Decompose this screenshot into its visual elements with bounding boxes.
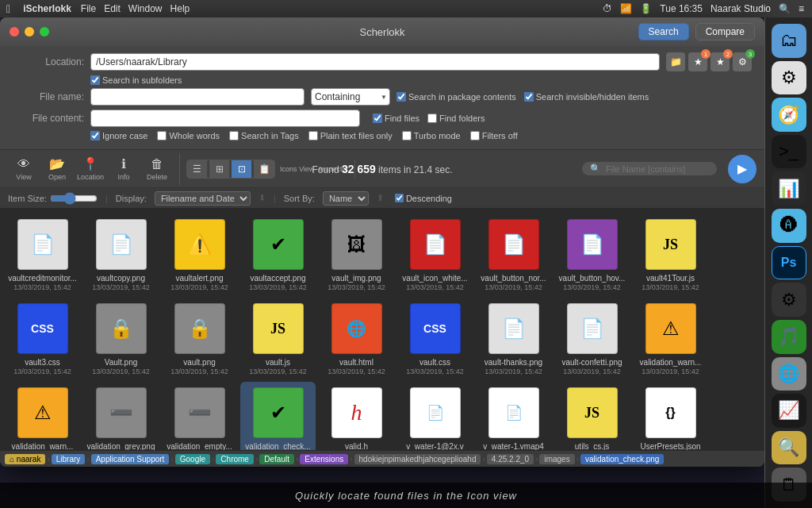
file-item[interactable]: {} UserPresets.json 14/02/2019, 18:47	[633, 382, 708, 450]
menu-edit[interactable]: Edit	[104, 3, 121, 14]
file-item[interactable]: 📄 vault_button_hov... 13/03/2019, 15:42	[554, 214, 630, 294]
find-folders-checkbox[interactable]	[427, 114, 437, 123]
dock-icon-chrome[interactable]: ⚙	[772, 61, 806, 95]
file-item[interactable]: ✔ vaultaccept.png 13/03/2019, 15:42	[240, 214, 316, 294]
ignore-case-label[interactable]: Ignore case	[90, 131, 147, 140]
file-item[interactable]: ⚠ validation_warn... 13/03/2019, 15:42	[633, 298, 708, 379]
file-item[interactable]: ✔ validation_check... 13/03/2019, 15:42	[240, 382, 316, 450]
dock-icon-appstore[interactable]: 🅐	[772, 209, 806, 243]
search-button[interactable]: Search	[638, 23, 689, 40]
dock-icon-photoshop[interactable]: Ps	[772, 246, 806, 280]
dock-icon-finder[interactable]: 🗂	[772, 24, 806, 58]
path-item[interactable]: 4.25.2.2_0	[487, 454, 534, 464]
descending-checkbox[interactable]	[395, 194, 404, 202]
fullscreen-button[interactable]	[40, 27, 49, 37]
menu-file[interactable]: File	[81, 3, 96, 14]
columns-view-btn[interactable]: ⊞	[209, 160, 230, 178]
open-btn[interactable]: 📂 Open	[41, 153, 73, 185]
filename-input[interactable]	[90, 88, 304, 106]
spotlight-icon[interactable]: 🔍	[779, 3, 791, 14]
invisible-items-label[interactable]: Search invisible/hidden items	[524, 92, 649, 102]
path-item[interactable]: images	[539, 454, 574, 464]
file-item[interactable]: ⚠ validation_warn... 13/03/2019, 15:42	[5, 382, 80, 450]
menu-help[interactable]: Help	[170, 3, 190, 14]
path-item[interactable]: Default	[259, 454, 294, 464]
file-item[interactable]: JS vault.js 13/03/2019, 15:42	[240, 298, 316, 379]
item-size-slider[interactable]	[50, 192, 98, 205]
path-item[interactable]: ⌂ naarak	[5, 454, 45, 464]
plain-text-label[interactable]: Plain text files only	[308, 131, 393, 140]
find-folders-label[interactable]: Find folders	[427, 114, 485, 123]
display-select[interactable]: Filename and Date Filename only	[155, 191, 251, 206]
open-folder-icon[interactable]: 📁	[666, 52, 685, 71]
filecontent-input[interactable]	[90, 110, 360, 127]
toolbar-search-box[interactable]: 🔍	[582, 162, 717, 175]
dock-icon-monitor[interactable]: 📈	[772, 394, 806, 428]
descending-label[interactable]: Descending	[395, 194, 452, 203]
file-item[interactable]: 🌐 vault.html 13/03/2019, 15:42	[319, 298, 394, 379]
path-item[interactable]: Extensions	[300, 454, 348, 464]
favorites-1-icon[interactable]: ★1	[688, 52, 707, 71]
file-item[interactable]: 🔒 Vault.png 13/03/2019, 15:42	[83, 298, 159, 379]
plain-text-checkbox[interactable]	[308, 131, 318, 140]
file-item[interactable]: CSS vault3.css 13/03/2019, 15:42	[5, 298, 80, 379]
filename-search-input[interactable]	[606, 164, 709, 174]
ignore-case-checkbox[interactable]	[90, 131, 100, 140]
package-contents-checkbox[interactable]	[396, 92, 406, 102]
apple-menu[interactable]: 	[6, 2, 10, 15]
sort-select[interactable]: Name Date Size	[323, 191, 369, 206]
find-files-label[interactable]: Find files	[373, 114, 419, 123]
file-item[interactable]: 📄 v_water-1.vmap4 29/09/2018, 01:31	[476, 382, 551, 450]
dock-icon-settings2[interactable]: 🎵	[772, 320, 806, 354]
file-item[interactable]: ⚠️ vaultalert.png 13/03/2019, 15:42	[162, 214, 237, 294]
path-item[interactable]: Application Support	[91, 454, 170, 464]
inspector-view-btn[interactable]: 📋	[254, 160, 274, 178]
file-item[interactable]: 🔒 vault.png 13/03/2019, 15:42	[162, 298, 237, 379]
turbo-mode-checkbox[interactable]	[402, 131, 412, 140]
file-item[interactable]: 📄 vaultcopy.png 13/03/2019, 15:42	[83, 214, 159, 294]
invisible-items-checkbox[interactable]	[524, 92, 534, 102]
file-item[interactable]: ➖ validation_empty... 13/03/2019, 15:42	[162, 382, 237, 450]
icons-view-btn[interactable]: ⊡	[232, 160, 252, 178]
search-in-tags-label[interactable]: Search in Tags	[229, 131, 299, 140]
file-item[interactable]: CSS vault.css 13/03/2019, 15:42	[397, 298, 473, 379]
whole-words-checkbox[interactable]	[157, 131, 167, 140]
file-item[interactable]: JS utils_cs.js 13/03/2019, 15:42	[554, 382, 630, 450]
path-item[interactable]: hdokiejnpimakedhjahcegeplioahd	[354, 454, 481, 464]
package-contents-label[interactable]: Search in package contents	[396, 92, 516, 102]
file-item[interactable]: 📄 vault-confetti.png 13/03/2019, 15:42	[554, 298, 630, 379]
view-btn[interactable]: 👁 View	[8, 153, 40, 185]
minimize-button[interactable]	[25, 27, 34, 37]
file-item[interactable]: 🖼 vault_img.png 13/03/2019, 15:42	[319, 214, 394, 294]
find-files-checkbox[interactable]	[373, 114, 382, 123]
compare-button[interactable]: Compare	[695, 23, 755, 40]
dock-icon-settings1[interactable]: ⚙	[772, 283, 806, 317]
file-item[interactable]: 📄 vaultcreditmonitor... 13/03/2019, 15:4…	[5, 214, 80, 294]
turbo-mode-label[interactable]: Turbo mode	[402, 131, 461, 140]
filters-off-label[interactable]: Filters off	[470, 131, 518, 140]
path-item[interactable]: Library	[52, 454, 86, 464]
dock-icon-scherlokk[interactable]: 🔍	[772, 431, 806, 465]
file-item[interactable]: ➖ validation_grey.png 13/03/2019, 15:42	[83, 382, 159, 450]
file-item[interactable]: 📄 vault_icon_white... 13/03/2019, 15:42	[397, 214, 473, 294]
filters-off-checkbox[interactable]	[470, 131, 480, 140]
settings-icon[interactable]: ⚙3	[733, 52, 752, 71]
match-mode-select[interactable]: Containing Starting with Ending with Exa…	[311, 88, 390, 106]
whole-words-label[interactable]: Whole words	[157, 131, 220, 140]
file-item[interactable]: 📄 vault_button_nor... 13/03/2019, 15:42	[476, 214, 551, 294]
list-view-btn[interactable]: ☰	[187, 160, 208, 178]
file-item[interactable]: JS vault41Tour.js 13/03/2019, 15:42	[633, 214, 708, 294]
path-item[interactable]: Google	[175, 454, 210, 464]
file-item[interactable]: h valid.h 23/01/2019, 16:27	[319, 382, 394, 450]
menu-toggle-icon[interactable]: ≡	[799, 3, 804, 14]
file-item[interactable]: 📄 v_water-1@2x.vm... 29/09/2018, 01:31	[397, 382, 473, 450]
delete-btn[interactable]: 🗑 Delete	[141, 153, 173, 185]
menu-window[interactable]: Window	[128, 3, 163, 14]
play-search-button[interactable]: ▶	[728, 155, 756, 183]
path-item[interactable]: Chrome	[216, 454, 254, 464]
dock-icon-safari[interactable]: 🧭	[772, 98, 806, 132]
dock-icon-terminal[interactable]: >_	[772, 135, 806, 169]
subfolder-checkbox[interactable]	[90, 75, 100, 85]
subfolder-checkbox-label[interactable]: Search in subfolders	[90, 75, 182, 85]
location-btn[interactable]: 📍 Location	[75, 153, 106, 185]
